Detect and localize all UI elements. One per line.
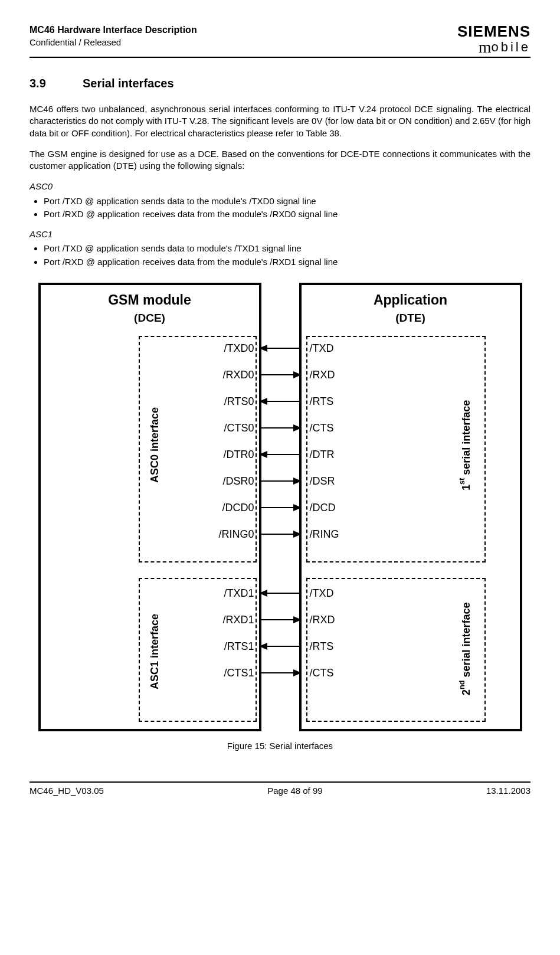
asc0-item: Port /TXD @ application sends data to th… (44, 195, 530, 207)
arrowhead-icon (259, 590, 267, 597)
signal-left: /RTS1 (224, 639, 254, 653)
arrowhead-icon (293, 669, 302, 676)
asc1-item: Port /RXD @ application receives data fr… (44, 256, 530, 268)
asc1-item: Port /TXD @ application sends data to mo… (44, 243, 530, 254)
footer-right: 13.11.2003 (486, 785, 530, 797)
asc0-label: ASC0 interface (148, 386, 162, 504)
serial2-label: 2nd serial interface (457, 584, 473, 714)
signal-right: /RTS (310, 394, 334, 408)
signal-left: /TXD0 (224, 341, 254, 355)
arrowhead-icon (293, 371, 302, 378)
arrowhead-icon (259, 643, 267, 650)
signal-right: /RTS (310, 639, 334, 653)
signal-right: /CTS (310, 666, 334, 680)
serial-diagram: GSM module (DCE) Application (DTE) ASC0 … (38, 283, 522, 731)
signal-left: /RXD1 (222, 613, 254, 627)
signal-right: /RING (310, 527, 339, 541)
signal-left: /DCD0 (222, 501, 254, 515)
page-footer: MC46_HD_V03.05 Page 48 of 99 13.11.2003 (30, 781, 530, 797)
signal-left: /TXD1 (224, 586, 254, 600)
signal-left: /RING0 (218, 527, 254, 541)
arrowhead-icon (293, 531, 302, 538)
arrowhead-icon (259, 398, 267, 405)
signal-right: /TXD (310, 586, 334, 600)
asc1-list: Port /TXD @ application sends data to mo… (30, 243, 530, 268)
footer-center: Page 48 of 99 (267, 785, 322, 797)
section-heading: 3.9Serial interfaces (30, 76, 530, 91)
doc-subtitle: Confidential / Released (30, 37, 197, 48)
arrowhead-icon (293, 504, 302, 511)
arrowhead-icon (293, 616, 302, 623)
section-number: 3.9 (30, 76, 83, 91)
page-header: MC46 Hardware Interface Description Conf… (30, 24, 530, 58)
signal-right: /CTS (310, 421, 334, 435)
asc0-heading: ASC0 (30, 181, 530, 192)
logo-text-top: SIEMENS (457, 24, 530, 39)
arrowhead-icon (293, 477, 302, 485)
arrowhead-icon (259, 451, 267, 458)
app-box-title: Application (DTE) (302, 291, 520, 326)
paragraph-1: MC46 offers two unbalanced, asynchronous… (30, 103, 530, 139)
gsm-box-title: GSM module (DCE) (41, 291, 259, 326)
doc-title: MC46 Hardware Interface Description (30, 24, 197, 37)
signal-left: /CTS0 (224, 421, 254, 435)
signal-right: /TXD (310, 341, 334, 355)
serial1-label: 1st serial interface (457, 374, 473, 516)
signal-right: /DSR (310, 474, 335, 488)
signal-left: /CTS1 (224, 666, 254, 680)
paragraph-2: The GSM engine is designed for use as a … (30, 148, 530, 172)
signal-right: /DCD (310, 501, 336, 515)
signal-left: /DSR0 (222, 474, 254, 488)
signal-right: /RXD (310, 613, 335, 627)
signal-left: /DTR0 (223, 447, 254, 462)
logo-text-bottom: mobile (457, 39, 530, 55)
footer-left: MC46_HD_V03.05 (30, 785, 104, 797)
figure-caption: Figure 15: Serial interfaces (30, 740, 530, 752)
siemens-logo: SIEMENS mobile (457, 24, 530, 55)
arrowhead-icon (259, 345, 267, 352)
asc0-list: Port /TXD @ application sends data to th… (30, 195, 530, 221)
signal-left: /RTS0 (224, 394, 254, 408)
header-left: MC46 Hardware Interface Description Conf… (30, 24, 197, 48)
arrowhead-icon (293, 424, 302, 431)
asc1-heading: ASC1 (30, 228, 530, 240)
asc1-label: ASC1 interface (148, 601, 162, 702)
signal-left: /RXD0 (222, 368, 254, 382)
figure: GSM module (DCE) Application (DTE) ASC0 … (30, 283, 530, 752)
signal-right: /DTR (310, 447, 335, 462)
signal-right: /RXD (310, 368, 335, 382)
section-title: Serial interfaces (83, 77, 174, 90)
asc0-item: Port /RXD @ application receives data fr… (44, 208, 530, 220)
